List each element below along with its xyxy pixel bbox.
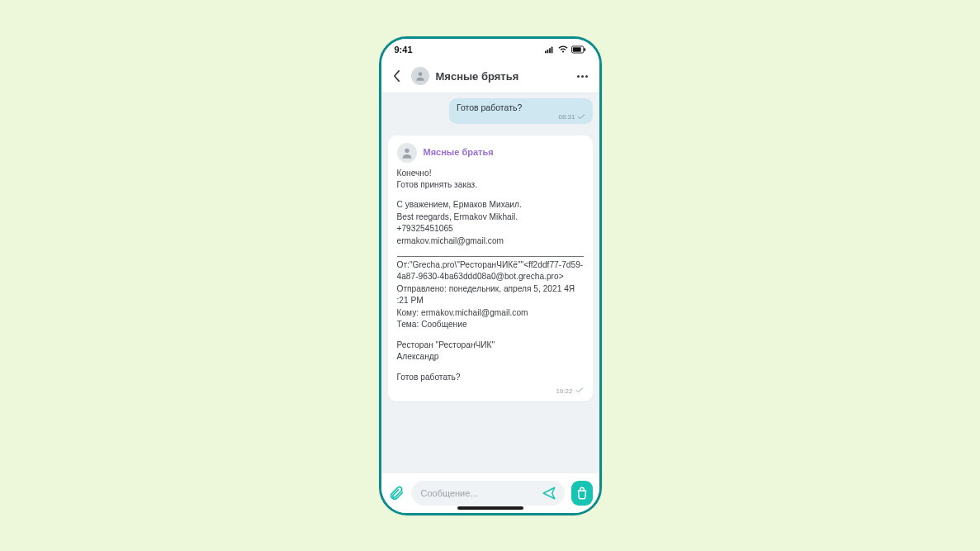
svg-rect-3: [551, 46, 552, 53]
chat-header: Мясные брятья: [381, 60, 599, 93]
message-line: Кому: ermakov.michail@gmail.com: [397, 307, 584, 319]
cellular-icon: [545, 45, 555, 54]
message-divider: ________________________________________: [397, 247, 584, 259]
svg-rect-1: [547, 50, 548, 53]
svg-point-4: [561, 50, 563, 52]
message-line: Тема: Сообщение: [397, 319, 584, 330]
chat-avatar[interactable]: [411, 67, 429, 85]
shop-button[interactable]: [571, 481, 593, 506]
outgoing-message: Готов работать? 08:31: [449, 98, 593, 124]
received-tick-icon: [575, 387, 584, 396]
message-line: С уважением, Ермаков Михаил.: [397, 199, 584, 211]
read-tick-icon: [577, 113, 585, 121]
message-text: Готов работать?: [457, 102, 585, 112]
svg-point-8: [418, 72, 422, 76]
svg-point-9: [405, 148, 409, 152]
status-bar: 9:41: [381, 39, 599, 60]
message-line: +79325451065: [397, 223, 584, 235]
svg-rect-2: [549, 48, 551, 53]
message-time: 08:31: [558, 113, 575, 121]
status-time: 9:41: [395, 45, 413, 55]
svg-rect-7: [584, 48, 585, 51]
wifi-icon: [558, 45, 568, 54]
svg-rect-6: [572, 47, 580, 51]
send-button[interactable]: [540, 484, 558, 502]
svg-rect-0: [545, 50, 547, 53]
message-line: От:"Grecha.pro\"РесторанЧИКё""<ff2ddf77-…: [397, 259, 584, 283]
messages-area[interactable]: Готов работать? 08:31 Мясные братья Коне…: [381, 93, 599, 473]
more-button[interactable]: [575, 75, 591, 78]
message-line: Готов принять заказ.: [397, 179, 584, 191]
message-input[interactable]: [421, 488, 535, 498]
message-line: Best reegards, Ermakov Mikhail.: [397, 211, 584, 223]
home-indicator: [457, 506, 523, 510]
incoming-message: Мясные братья Конечно! Готов принять зак…: [388, 135, 593, 401]
message-line: Александр: [397, 351, 584, 363]
attach-button[interactable]: [388, 484, 405, 502]
message-time: 16:22: [556, 387, 572, 396]
sender-name: Мясные братья: [424, 146, 494, 159]
chat-title: Мясные брятья: [436, 70, 568, 83]
phone-frame: 9:41 Мясные брятья Готов работать?: [379, 36, 602, 515]
message-line: Отправлено: понедельник, апреля 5, 2021 …: [397, 283, 584, 307]
input-wrap: [411, 481, 565, 506]
sender-avatar: [397, 143, 417, 163]
back-button[interactable]: [390, 69, 405, 83]
message-line: Готов работать?: [397, 372, 584, 383]
message-line: ermakov.michail@gmail.com: [397, 235, 584, 247]
message-line: Ресторан "РесторанЧИК": [397, 340, 584, 351]
status-indicators: [545, 45, 586, 54]
message-line: Конечно!: [397, 168, 584, 179]
battery-icon: [571, 45, 586, 54]
